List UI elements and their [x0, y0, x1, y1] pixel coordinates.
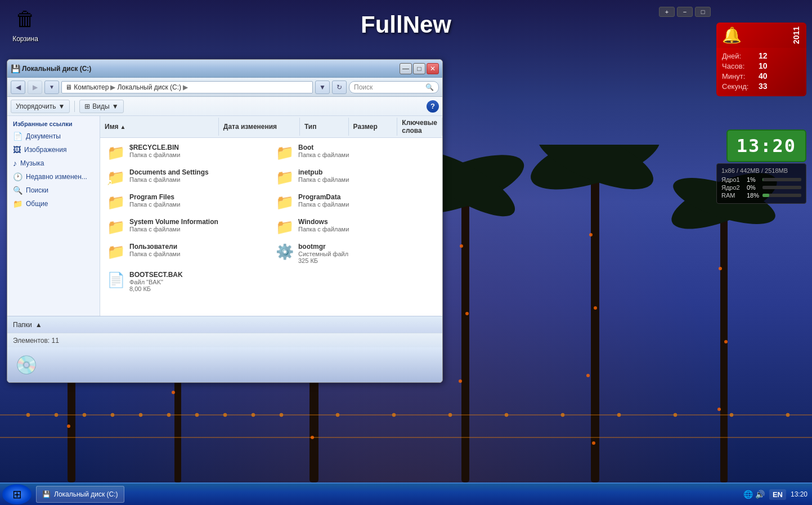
sysmon-core1-fill [762, 178, 763, 181]
folders-label: Папки [13, 321, 32, 329]
cal-seconds-label: Секунд: [722, 82, 759, 91]
close-button[interactable]: ✕ [427, 63, 439, 74]
file-item-programdata[interactable]: 📁 ProgramData Папка с файлами [271, 190, 440, 214]
corner-add-btn[interactable]: + [659, 7, 675, 17]
file-list-body: 📁 $RECYCLE.BIN Папка с файлами 📁 Boot Па… [100, 138, 442, 316]
calendar-year: 2011 [792, 26, 801, 44]
search-box[interactable]: Поиск 🔍 [349, 81, 439, 93]
views-label: Виды [92, 102, 109, 110]
file-item-users[interactable]: 📁 Пользователи Папка с файлами [102, 239, 271, 267]
title-bar-left: 💾 Локальный диск (C:) [11, 64, 91, 73]
file-item-info: BOOTSECT.BAK Файл "BAK" 8,00 КБ [129, 271, 267, 292]
organize-button[interactable]: Упорядочить ▼ [11, 100, 70, 113]
file-item-windows[interactable]: 📁 Windows Папка с файлами [271, 214, 440, 239]
file-name: Windows [298, 218, 436, 226]
recycle-bin-label: Корзина [12, 35, 38, 43]
bak-file-icon: 📄 [107, 271, 125, 289]
cal-minutes-value: 40 [759, 71, 768, 81]
file-desc: Папка с файлами [129, 251, 267, 257]
path-sep1: ▶ [110, 83, 115, 91]
sidebar-item-public[interactable]: 📁 Общие [7, 197, 100, 211]
file-item-boot[interactable]: 📁 Boot Папка с файлами [271, 140, 440, 165]
cal-days-label: Дней: [722, 52, 759, 60]
sysmon-ram-label: RAM [721, 192, 747, 199]
file-item-recycle[interactable]: 📁 $RECYCLE.BIN Папка с файлами [102, 140, 271, 165]
taskbar-explorer-item[interactable]: 💾 Локальный диск (C:) [36, 486, 124, 503]
calendar-top: 🔔 2011 [716, 23, 806, 48]
file-name: Program Files [129, 193, 267, 201]
file-desc: Папка с файлами [129, 201, 267, 208]
music-icon: ♪ [13, 159, 17, 168]
calendar-row-seconds: Секунд: 33 [722, 82, 801, 91]
sysmon-core1-label: Ядро1 [721, 176, 747, 183]
clock-time: 13:20 [737, 135, 796, 157]
sidebar: Избранные ссылки 📄 Документы 🖼 Изображен… [7, 116, 100, 316]
title-buttons: — □ ✕ [400, 63, 439, 74]
back-button[interactable]: ◀ [11, 81, 25, 94]
help-button[interactable]: ? [427, 100, 439, 113]
recycle-bin[interactable]: 🗑 Корзина [6, 6, 45, 43]
sidebar-item-recent[interactable]: 🕐 Недавно изменен... [7, 170, 100, 184]
maximize-button[interactable]: □ [413, 63, 425, 74]
file-item-bootsect[interactable]: 📄 BOOTSECT.BAK Файл "BAK" 8,00 КБ [102, 267, 271, 296]
folder-icon: 📁 [107, 218, 125, 236]
file-desc: Папка с файлами [298, 226, 436, 233]
col-date-header[interactable]: Дата изменения [219, 118, 300, 136]
network-icon[interactable]: 🌐 [743, 490, 753, 499]
file-name: Boot [298, 144, 436, 151]
sidebar-item-documents-label: Документы [26, 132, 61, 140]
file-name: bootmgr [298, 243, 436, 251]
file-item-program-files[interactable]: 📁 Program Files Папка с файлами [102, 190, 271, 214]
folder-icon: 📁 [276, 168, 294, 186]
toolbar: Упорядочить ▼ ⊞ Виды ▼ ? [7, 97, 442, 116]
minimize-button[interactable]: — [400, 63, 412, 74]
file-item-inetpub[interactable]: 📁 inetpub Папка с файлами [271, 165, 440, 190]
sidebar-item-documents[interactable]: 📄 Документы [7, 129, 100, 143]
sidebar-item-music-label: Музыка [20, 159, 44, 167]
file-desc: Папка с файлами [129, 151, 267, 158]
sidebar-item-music[interactable]: ♪ Музыка [7, 157, 100, 170]
sysmon-core1-bar [762, 178, 801, 181]
folders-toggle[interactable]: Папки ▲ [13, 321, 42, 329]
col-type-header[interactable]: Тип [300, 118, 349, 136]
file-item-bootmgr[interactable]: ⚙️ bootmgr Системный файл 325 КБ [271, 239, 440, 267]
file-name: inetpub [298, 168, 436, 176]
language-indicator[interactable]: EN [769, 489, 786, 500]
sidebar-item-searches-label: Поиски [26, 186, 48, 194]
views-icon: ⊞ [84, 102, 90, 110]
folder-icon: 📁 [276, 193, 294, 211]
file-item-sysvolinfo[interactable]: 📁 System Volume Information Папка с файл… [102, 214, 271, 239]
clock-widget: 13:20 [726, 129, 806, 162]
file-item-info: Boot Папка с файлами [298, 144, 436, 158]
address-bar: ◀ ▶ ▼ 🖥 Компьютер ▶ Локальный диск (C:) … [7, 78, 442, 97]
file-item-docs-settings[interactable]: 📁 ↗ Documents and Settings Папка с файла… [102, 165, 271, 190]
documents-icon: 📄 [13, 132, 23, 141]
col-keywords-header[interactable]: Ключевые слова [397, 118, 442, 136]
address-path[interactable]: 🖥 Компьютер ▶ Локальный диск (C:) ▶ [61, 81, 313, 93]
file-grid: 📁 $RECYCLE.BIN Папка с файлами 📁 Boot Па… [100, 138, 442, 298]
sidebar-item-searches[interactable]: 🔍 Поиски [7, 184, 100, 197]
main-content: Избранные ссылки 📄 Документы 🖼 Изображен… [7, 116, 442, 316]
cal-hours-label: Часов: [722, 62, 759, 70]
sidebar-item-images[interactable]: 🖼 Изображения [7, 143, 100, 157]
file-name: System Volume Information [129, 218, 267, 226]
refresh-button[interactable]: ▼ [44, 81, 59, 94]
corner-min-btn[interactable]: − [677, 7, 693, 17]
sound-icon[interactable]: 🔊 [755, 490, 765, 499]
taskbar-item-icon: 💾 [42, 490, 51, 498]
views-button[interactable]: ⊞ Виды ▼ [79, 100, 123, 113]
file-desc: Папка с файлами [129, 176, 267, 183]
forward-button[interactable]: ▶ [28, 81, 42, 94]
col-size-header[interactable]: Размер [349, 118, 398, 136]
cal-days-value: 12 [759, 51, 768, 60]
col-name-header[interactable]: Имя ▲ [100, 118, 219, 136]
corner-max-btn[interactable]: □ [695, 7, 711, 17]
sysmon-ram-row: RAM 18% [721, 192, 801, 199]
file-item-info: Program Files Папка с файлами [129, 193, 267, 208]
sysmon-core1-percent: 1% [747, 176, 762, 183]
cal-hours-value: 10 [759, 61, 768, 70]
path-expand-button[interactable]: ▼ [315, 81, 330, 94]
file-desc: Папка с файлами [298, 176, 436, 183]
path-refresh-btn[interactable]: ↻ [332, 81, 347, 94]
start-button[interactable]: ⊞ [2, 484, 32, 504]
